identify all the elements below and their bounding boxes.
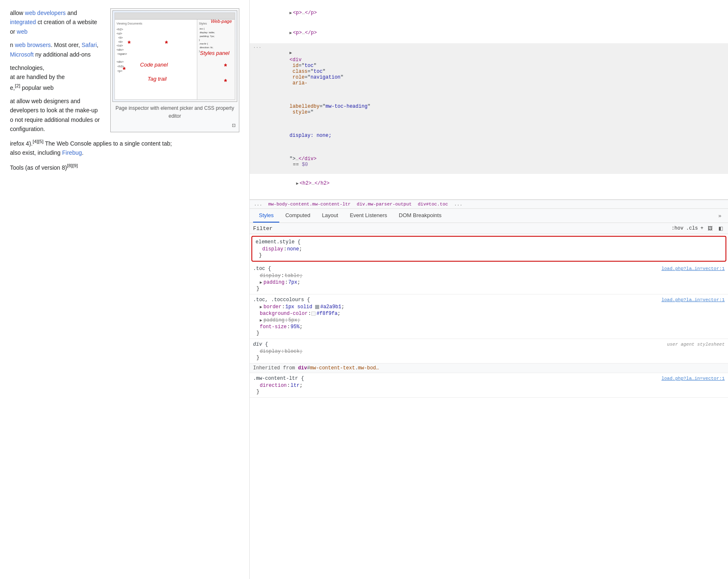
selector-toc-toccolours: .toc, .toccolours {	[253, 297, 310, 303]
property-line-bg-color[interactable]: background-color : #f8f9fa ;	[253, 310, 725, 317]
inherited-ref-class: mw-content-text	[310, 365, 355, 371]
prop-semi: ;	[297, 280, 300, 285]
prop-colon: :	[281, 349, 284, 354]
css-rules: element.style { display : none ; } .toc …	[250, 236, 728, 398]
property-line-border[interactable]: ▶ border : 1px solid #a2a9b1 ;	[253, 304, 725, 310]
tab-event-listeners[interactable]: Event Listeners	[344, 209, 393, 223]
inherited-ref-id: div	[298, 365, 307, 371]
property-line-display-block[interactable]: display : block ;	[253, 348, 725, 355]
rule-header-toc-toccolours: .toc, .toccolours { load.php?la…in=vecto…	[253, 297, 725, 303]
tab-styles[interactable]: Styles	[253, 209, 279, 223]
dom-content: ▶<p>…</p>	[266, 194, 725, 200]
property-line[interactable]: display : none ;	[256, 246, 722, 252]
para-5: irefox 4).[4][5] The Web Console applies…	[10, 138, 239, 157]
inherited-header: Inherited from div#mw-content-text.mw-bo…	[250, 364, 728, 373]
selector-toc: .toc {	[253, 266, 271, 272]
link-firebug[interactable]: Firebug	[62, 149, 82, 156]
inherited-ref-class2: mw-bod…	[358, 365, 379, 371]
property-line-display-table[interactable]: display : table ;	[253, 272, 725, 279]
link-web-developers[interactable]: web developers	[25, 10, 66, 16]
dom-row[interactable]: ▶<p>…</p>	[250, 3, 728, 23]
breadcrumb-toc[interactable]: div#toc.toc	[418, 202, 448, 207]
rule-close: }	[253, 330, 725, 336]
selector-mw-content-ltr: .mw-content-ltr {	[253, 376, 304, 381]
settings-btn[interactable]: ◧	[717, 225, 725, 232]
tab-dom-breakpoints[interactable]: DOM Breakpoints	[393, 209, 447, 223]
webpage-label: Web-page	[211, 18, 232, 25]
prop-triangle-padding: ▶	[260, 318, 262, 323]
prop-value-7px: 7px	[288, 280, 298, 285]
image-block: Viewing Documents <h2><ul> <li> <li></ul…	[110, 8, 239, 132]
link-web-browsers[interactable]: web browsers	[15, 42, 51, 48]
property-line-direction[interactable]: direction : ltr ;	[253, 382, 725, 389]
source-link-mw-content-ltr[interactable]: load.php?la…in=vector:1	[661, 376, 725, 381]
breadcrumb-parser-output[interactable]: div.mw-parser-output	[357, 202, 412, 207]
prop-semi: ;	[300, 383, 303, 388]
dom-content-toc: ▶ <div id="toc" class="toc" role="naviga…	[266, 44, 725, 173]
color-swatch-f8f9fa	[311, 312, 316, 316]
devtools-screenshot: Viewing Documents <h2><ul> <li> <li></ul…	[112, 10, 237, 102]
prop-name-direction: direction	[260, 383, 287, 388]
para-6: Tools (as of version 8)[8][9]	[10, 162, 239, 172]
prop-value-5px: 5px	[288, 317, 298, 323]
property-line-padding-5px[interactable]: ▶ padding : 5px ;	[253, 317, 725, 324]
prop-semi: ;	[341, 304, 344, 310]
css-rule-toc-toccolours: .toc, .toccolours { load.php?la…in=vecto…	[250, 294, 728, 339]
tabs-more-button[interactable]: »	[715, 210, 725, 221]
image-icon-bar: ⊡	[112, 121, 237, 130]
plus-label[interactable]: +	[701, 225, 703, 231]
source-link-toc[interactable]: load.php?la…in=vector:1	[661, 266, 725, 271]
link-web[interactable]: web	[17, 28, 27, 35]
tabs-bar: Styles Computed Layout Event Listeners D…	[250, 209, 728, 223]
dom-content: ▶<p>…</p>	[266, 24, 725, 43]
breadcrumb-dots: ...	[254, 202, 262, 207]
css-rule-div: div { user agent stylesheet display : bl…	[250, 339, 728, 364]
rule-close: }	[256, 252, 722, 258]
styles-panel: element.style { display : none ; } .toc …	[250, 234, 728, 579]
filter-input[interactable]	[253, 225, 668, 232]
dom-row-toc[interactable]: ... ▶ <div id="toc" class="toc" role="na…	[250, 43, 728, 174]
filter-bar: :hov .cls + 🖼 ◧	[250, 223, 728, 234]
css-rule-mw-content-ltr: .mw-content-ltr { load.php?la…in=vector:…	[250, 373, 728, 398]
source-link-toc-toccolours[interactable]: load.php?la…in=vector:1	[661, 297, 725, 302]
css-rule-element-style: element.style { display : none ; }	[251, 236, 726, 262]
prop-value-block: block	[285, 349, 300, 354]
link-safari[interactable]: Safari	[82, 42, 97, 48]
styles-panel-label: Styles panel	[200, 49, 229, 58]
right-panel: ▶<p>…</p> ▶<p>…</p> ... ▶ <div id="toc" …	[250, 0, 728, 579]
user-agent-label: user agent stylesheet	[667, 342, 725, 347]
color-swatch-a2a9b1	[315, 305, 319, 309]
rule-header-toc: .toc { load.php?la…in=vector:1	[253, 266, 725, 272]
prop-name-display: display	[260, 273, 281, 279]
asterisk-5: *	[224, 76, 227, 88]
tab-computed[interactable]: Computed	[279, 209, 316, 223]
cls-label[interactable]: .cls	[686, 225, 698, 231]
breadcrumb-mw-body-content[interactable]: mw-body-content.mw-content-ltr	[268, 202, 350, 207]
prop-semi: ;	[300, 324, 303, 330]
prop-semi: ;	[297, 317, 300, 323]
filter-actions: :hov .cls + 🖼 ◧	[671, 225, 725, 232]
breadcrumb-dots-end: ...	[454, 202, 462, 207]
gutter	[253, 194, 266, 195]
gutter: ...	[253, 44, 266, 49]
selector-element-style: element.style {	[256, 239, 301, 245]
hov-label[interactable]: :hov	[671, 225, 683, 231]
prop-name-padding: padding	[263, 317, 284, 323]
copy-btn[interactable]: 🖼	[706, 225, 714, 232]
prop-colon: :	[282, 304, 285, 310]
dom-row[interactable]: ▶<p>…</p>	[250, 194, 728, 200]
dom-row[interactable]: ▶<p>…</p>	[250, 23, 728, 43]
dom-content: ▶<h2>…</h2>	[266, 174, 725, 193]
dom-row[interactable]: ▶<h2>…</h2>	[250, 174, 728, 194]
link-integrated[interactable]: integrated	[10, 19, 36, 25]
gutter	[253, 24, 266, 24]
prop-triangle-border: ▶	[260, 304, 262, 309]
rule-close: }	[253, 286, 725, 292]
prop-colon: :	[283, 246, 286, 252]
property-line-padding-7px[interactable]: ▶ padding : 7px ;	[253, 279, 725, 286]
prop-value-table: table	[285, 273, 300, 279]
property-line-font-size[interactable]: font-size : 95% ;	[253, 324, 725, 330]
tab-layout[interactable]: Layout	[316, 209, 344, 223]
css-rule-toc: .toc { load.php?la…in=vector:1 display :…	[250, 263, 728, 294]
link-microsoft[interactable]: Microsoft	[10, 51, 34, 58]
